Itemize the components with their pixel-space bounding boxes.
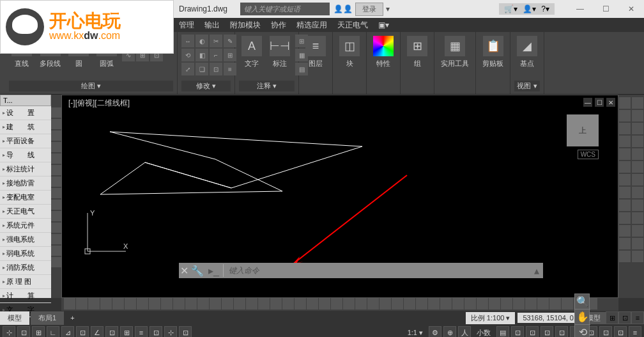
btm-tool[interactable] [295, 298, 306, 310]
sb-tool[interactable]: ⚙ [429, 326, 441, 337]
tool-icon[interactable] [51, 107, 61, 118]
tool-icon[interactable] [51, 200, 61, 210]
cmd-wrench-icon[interactable]: 🔧 [191, 265, 204, 277]
tool-icon[interactable] [51, 223, 61, 233]
ratio-display[interactable]: 1:1 ▾ [404, 329, 427, 337]
tool-icon[interactable] [619, 225, 631, 237]
units-display[interactable]: 小数 [473, 328, 494, 338]
btm-tool[interactable] [477, 298, 488, 310]
sb-tool[interactable]: ⊡ [599, 326, 612, 337]
tree-item[interactable]: 强电系统 [0, 233, 51, 247]
cmd-expand-icon[interactable]: ▴ [530, 265, 543, 277]
btm-tool[interactable] [100, 298, 112, 310]
tool-icon[interactable] [632, 161, 643, 173]
tool-icon[interactable] [619, 110, 631, 121]
btm-tool[interactable] [392, 298, 403, 310]
tool-icon[interactable] [619, 238, 631, 249]
btm-tool[interactable] [137, 298, 148, 310]
sb-tool[interactable]: ⊡ [105, 326, 118, 337]
tree-item[interactable]: 设 置 [0, 106, 51, 120]
tool-icon[interactable] [51, 246, 61, 256]
btm-tool[interactable] [149, 298, 160, 310]
grid-icon[interactable]: ⊞ [606, 311, 618, 324]
command-input[interactable]: 键入命令 [223, 264, 530, 277]
tool-icon[interactable] [619, 187, 631, 198]
sb-tool[interactable]: ≡ [629, 326, 641, 337]
btm-tool[interactable] [367, 298, 379, 310]
tool-icon[interactable] [51, 153, 61, 164]
menu-output[interactable]: 输出 [204, 20, 220, 31]
help-icon[interactable]: ?▾ [541, 4, 549, 13]
modify-tool[interactable]: ↔ [181, 35, 194, 47]
menu-addins[interactable]: 附加模块 [230, 20, 261, 31]
btm-tool[interactable] [513, 298, 525, 310]
tool-icon[interactable] [632, 238, 643, 249]
tool-icon[interactable] [51, 188, 61, 198]
basepoint-button[interactable]: ◢基点 [514, 35, 540, 70]
sb-tool[interactable]: ∠ [91, 326, 103, 337]
btm-tool[interactable] [355, 298, 367, 310]
dropdown-icon[interactable]: ▾ [386, 4, 390, 13]
modify-tool[interactable]: ⊞ [224, 49, 236, 61]
tool-icon[interactable] [619, 148, 631, 160]
properties-button[interactable]: 特性 [371, 35, 396, 70]
modify-tool[interactable]: ❏ [195, 63, 208, 75]
btm-tool[interactable] [210, 298, 221, 310]
ucs-icon[interactable]: YX [81, 207, 132, 259]
btm-tool[interactable] [379, 298, 391, 310]
tree-item[interactable]: 建 筑 [0, 120, 51, 134]
menu-collaborate[interactable]: 协作 [271, 20, 286, 31]
tool-icon[interactable] [619, 97, 631, 109]
tool-icon[interactable] [619, 161, 631, 173]
btm-tool[interactable] [440, 298, 452, 310]
scale-display[interactable]: 比例 1:100 ▾ [466, 312, 516, 324]
tree-item[interactable]: 弱电系统 [0, 247, 51, 261]
modify-tool[interactable]: ✎ [224, 35, 236, 47]
tool-icon[interactable] [632, 187, 643, 198]
sb-tool[interactable]: ⊡ [17, 326, 30, 337]
menu-tianzheng[interactable]: 天正电气 [337, 20, 368, 31]
btm-tool[interactable] [125, 298, 136, 310]
tool-icon[interactable] [632, 148, 643, 160]
btm-tool[interactable] [489, 298, 500, 310]
modify-tool[interactable]: ◐ [195, 35, 208, 47]
sb-tool[interactable]: ⊹ [3, 326, 15, 337]
cmd-close-icon[interactable]: ✕ [180, 265, 188, 277]
group-button[interactable]: ⊞组 [404, 35, 430, 70]
btm-tool[interactable] [404, 298, 415, 310]
sb-tool[interactable]: ⊡ [150, 326, 162, 337]
modify-tool[interactable]: ≡ [224, 63, 236, 75]
minimize-button[interactable]: — [567, 0, 593, 18]
btm-tool[interactable] [185, 298, 197, 310]
tab-add-button[interactable]: + [65, 312, 79, 324]
tool-icon[interactable] [51, 211, 61, 221]
btm-tool[interactable] [549, 298, 561, 310]
dimension-button[interactable]: ⊢⊣标注 [267, 35, 293, 70]
layers-button[interactable]: ≡图层 [303, 35, 328, 70]
sb-tool[interactable]: ⊡ [179, 326, 192, 337]
tool-icon[interactable] [51, 130, 61, 141]
login-button[interactable]: 登录 [355, 3, 383, 16]
tool-icon[interactable] [632, 251, 643, 262]
maximize-button[interactable]: ☐ [593, 0, 618, 18]
tool-icon[interactable] [632, 225, 643, 237]
sb-tool[interactable]: ∟ [47, 326, 59, 337]
modify-tool[interactable]: ⌐ [210, 49, 222, 61]
tool-icon[interactable] [619, 123, 631, 134]
tab-layout1[interactable]: 布局1 [31, 311, 64, 325]
tree-item[interactable]: 标注统计 [0, 162, 51, 176]
tab-model[interactable]: 模型 [0, 311, 29, 325]
panel-title-annotation[interactable]: 注释 ▾ [239, 81, 295, 91]
btm-tool[interactable] [112, 298, 124, 310]
tool-icon[interactable] [51, 165, 61, 175]
sb-tool[interactable]: ⊡ [555, 326, 568, 337]
modify-tool[interactable]: ⊡ [210, 63, 222, 75]
tree-item[interactable]: 消防系统 [0, 261, 51, 275]
modify-tool[interactable]: ⤢ [181, 63, 194, 75]
sb-tool[interactable]: ⊞ [32, 326, 45, 337]
btm-tool[interactable] [76, 298, 88, 310]
modify-tool[interactable]: ◧ [195, 49, 208, 61]
menu-extra-icon[interactable]: ▣▾ [378, 20, 389, 29]
sb-tool[interactable]: ⊡ [511, 326, 524, 337]
sb-tool[interactable]: ≡ [135, 326, 148, 337]
